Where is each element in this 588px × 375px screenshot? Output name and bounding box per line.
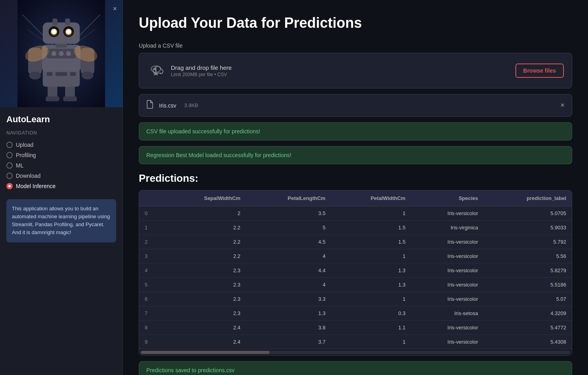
sidebar-item-profiling[interactable]: Profiling <box>6 150 116 160</box>
cell-petallength: 4 <box>246 249 331 263</box>
file-size: 3.9KB <box>184 102 198 108</box>
table-header-row: SepalWidthCm PetalLengthCm PetalWidthCm … <box>139 190 572 206</box>
table-row: 7 2.3 1.3 0.3 Iris-setosa 4.3209 <box>139 306 572 321</box>
cell-petallength: 4 <box>246 278 331 292</box>
nav-label-model-inference: Model Inference <box>16 183 56 189</box>
nav-label-upload: Upload <box>16 142 33 148</box>
radio-ml <box>6 162 13 169</box>
table-row: 1 2.2 5 1.5 Iris-virginica 5.9033 <box>139 221 572 235</box>
cell-index: 6 <box>139 292 163 306</box>
uploaded-file-item: Iris.csv 3.9KB × <box>139 94 572 117</box>
radio-profiling <box>6 152 13 158</box>
upload-dropzone[interactable]: Drag and drop file here Limit 200MB per … <box>139 53 572 88</box>
table-horizontal-scrollbar[interactable] <box>139 349 572 355</box>
sidebar-item-model-inference[interactable]: Model Inference <box>6 181 116 191</box>
svg-rect-23 <box>43 22 80 44</box>
svg-point-16 <box>82 71 93 79</box>
sidebar-hero-image <box>0 0 123 107</box>
svg-rect-12 <box>70 72 76 76</box>
scrollbar-track <box>141 351 570 354</box>
nav-label-download: Download <box>16 173 40 179</box>
cell-species: Iris-versicolor <box>411 206 484 221</box>
nav-label-ml: ML <box>16 162 23 169</box>
col-prediction: prediction_label <box>484 190 572 206</box>
svg-rect-11 <box>56 72 67 76</box>
table-row: 6 2.3 3.3 1 Iris-versicolor 5.07 <box>139 292 572 306</box>
cell-sepalwidth: 2.3 <box>163 306 246 321</box>
main-content: Upload Your Data for Predictions Upload … <box>123 0 588 375</box>
file-remove-button[interactable]: × <box>560 101 565 110</box>
model-success-message: Regression Best Model loaded successfull… <box>139 146 572 164</box>
col-index <box>139 190 163 206</box>
cell-petalwidth: 1 <box>331 206 411 221</box>
cell-petallength: 3.7 <box>246 335 331 349</box>
table-body: 0 2 3.5 1 Iris-versicolor 5.0705 1 2.2 5… <box>139 206 572 349</box>
table-scroll-area[interactable]: SepalWidthCm PetalLengthCm PetalWidthCm … <box>139 190 572 349</box>
svg-point-33 <box>67 30 70 33</box>
table-row: 8 2.4 3.8 1.1 Iris-versicolor 5.4772 <box>139 321 572 335</box>
predictions-table-container: SepalWidthCm PetalLengthCm PetalWidthCm … <box>139 190 572 356</box>
cell-petallength: 4.4 <box>246 263 331 278</box>
cell-species: Iris-versicolor <box>411 321 484 335</box>
upload-section-label: Upload a CSV file <box>139 42 572 49</box>
cell-sepalwidth: 2.3 <box>163 263 246 278</box>
cell-index: 2 <box>139 235 163 249</box>
nav-section-label: Navigation <box>6 130 116 136</box>
cell-sepalwidth: 2.2 <box>163 249 246 263</box>
sidebar-nav: AutoLearn Navigation UploadProfilingMLDo… <box>0 107 123 375</box>
nav-label-profiling: Profiling <box>16 152 36 158</box>
cell-prediction: 5.0705 <box>484 206 572 221</box>
cell-species: Iris-virginica <box>411 221 484 235</box>
sidebar-item-download[interactable]: Download <box>6 171 116 181</box>
svg-rect-24 <box>52 19 57 25</box>
upload-text-block: Drag and drop file here Limit 200MB per … <box>171 64 232 77</box>
cell-prediction: 5.4308 <box>484 335 572 349</box>
cell-prediction: 4.3209 <box>484 306 572 321</box>
cell-petalwidth: 1.5 <box>331 235 411 249</box>
col-sepalwidth: SepalWidthCm <box>163 190 246 206</box>
cell-species: Iris-setosa <box>411 306 484 321</box>
cell-petalwidth: 1.1 <box>331 321 411 335</box>
cell-prediction: 5.9033 <box>484 221 572 235</box>
cell-index: 8 <box>139 321 163 335</box>
col-petallength: PetalLengthCm <box>246 190 331 206</box>
cell-species: Iris-versicolor <box>411 235 484 249</box>
cell-species: Iris-versicolor <box>411 278 484 292</box>
cell-petalwidth: 1.3 <box>331 278 411 292</box>
cloud-upload-icon <box>147 62 165 79</box>
upload-drag-text: Drag and drop file here <box>171 64 232 71</box>
table-row: 2 2.2 4.5 1.5 Iris-versicolor 5.792 <box>139 235 572 249</box>
cell-prediction: 5.07 <box>484 292 572 306</box>
cell-sepalwidth: 2.4 <box>163 335 246 349</box>
svg-point-30 <box>52 30 55 33</box>
cell-species: Iris-versicolor <box>411 292 484 306</box>
browse-files-button[interactable]: Browse files <box>515 63 564 78</box>
radio-model-inference <box>6 183 13 189</box>
cell-index: 3 <box>139 249 163 263</box>
svg-rect-25 <box>65 19 70 25</box>
table-header: SepalWidthCm PetalLengthCm PetalWidthCm … <box>139 190 572 206</box>
sidebar-item-upload[interactable]: Upload <box>6 140 116 150</box>
upload-left-section: Drag and drop file here Limit 200MB per … <box>147 62 232 79</box>
cell-petalwidth: 1 <box>331 292 411 306</box>
col-petalwidth: PetalWidthCm <box>331 190 411 206</box>
table-row: 4 2.3 4.4 1.3 Iris-versicolor 5.8279 <box>139 263 572 278</box>
app-title: AutoLearn <box>6 114 116 125</box>
predictions-title: Predictions: <box>139 172 572 185</box>
cell-index: 5 <box>139 278 163 292</box>
sidebar-close-button[interactable]: × <box>113 5 117 13</box>
file-icon <box>146 100 153 111</box>
sidebar-item-ml[interactable]: ML <box>6 160 116 171</box>
cell-petallength: 4.5 <box>246 235 331 249</box>
table-row: 3 2.2 4 1 Iris-versicolor 5.56 <box>139 249 572 263</box>
cell-sepalwidth: 2.3 <box>163 278 246 292</box>
cell-petalwidth: 1 <box>331 335 411 349</box>
svg-rect-7 <box>46 96 59 101</box>
predictions-table: SepalWidthCm PetalLengthCm PetalWidthCm … <box>139 190 572 349</box>
table-row: 0 2 3.5 1 Iris-versicolor 5.0705 <box>139 206 572 221</box>
cell-index: 9 <box>139 335 163 349</box>
cell-index: 0 <box>139 206 163 221</box>
cell-prediction: 5.5186 <box>484 278 572 292</box>
predictions-saved-message: Predictions saved to predictions.csv <box>139 361 572 375</box>
cell-sepalwidth: 2.3 <box>163 292 246 306</box>
